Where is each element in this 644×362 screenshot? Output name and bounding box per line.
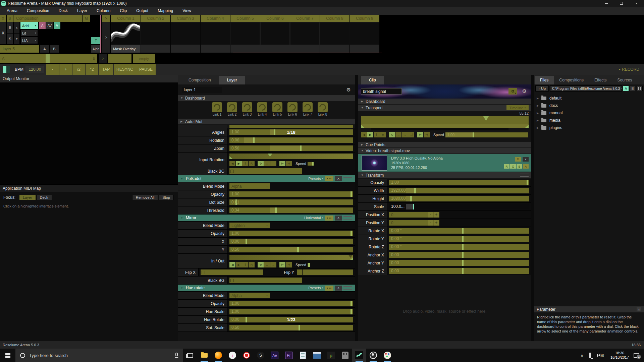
cue-in-button[interactable]: ⊢ (279, 262, 285, 267)
crossfader-arrow[interactable]: > (99, 54, 107, 63)
layer-down-button[interactable]: ▼ (14, 34, 19, 44)
shazam-button[interactable]: S (254, 349, 268, 362)
layer-lia-dropdown[interactable]: LIA ▾ (20, 37, 38, 44)
zoom-slider[interactable]: 0.58 (229, 145, 353, 151)
pause-button[interactable]: PAUSE (136, 64, 156, 75)
mirror-x-slider[interactable]: 0.00 (229, 239, 353, 244)
tab-sources[interactable]: Sources (612, 76, 638, 84)
rotate-z-slider[interactable]: 0.00 ° (389, 244, 529, 250)
menu-arena[interactable]: Arena (2, 7, 22, 15)
premiere-button[interactable]: Pr (282, 349, 296, 362)
clip-speed-slider[interactable]: 1.00 (445, 132, 528, 137)
clip-slot-2[interactable] (141, 22, 170, 53)
taskbar-clock[interactable]: 18:36 16/10/2017 (610, 351, 629, 360)
bpm-double-button[interactable]: *2 (86, 64, 98, 75)
layer-lit-dropdown[interactable]: Lit ▾ (20, 29, 38, 37)
animation-dots-button[interactable] (325, 286, 333, 291)
network-icon[interactable] (589, 353, 591, 357)
timeline-mode-dropdown[interactable]: Timeline▾ (506, 105, 529, 110)
transport-random-button[interactable]: R (380, 132, 386, 137)
column-arrow-button[interactable]: > (102, 15, 110, 22)
decrement-button[interactable]: - (428, 212, 433, 218)
animation-dots-button[interactable] (325, 216, 333, 221)
composition-x-button[interactable]: X (0, 15, 6, 22)
menu-clip[interactable]: Clip (115, 7, 131, 15)
search-button[interactable] (508, 88, 517, 95)
hue-rotate-slider[interactable]: 0.00 1/23 (229, 317, 353, 322)
tree-item-plugins[interactable]: ▶ plugins (534, 124, 644, 131)
column-header-4[interactable]: Column 4 (201, 15, 230, 22)
tree-item-media[interactable]: ▶ media (534, 117, 644, 124)
tree-item-default[interactable]: ▶ default (534, 95, 644, 102)
clip-name[interactable]: Mask Overlay (111, 45, 141, 53)
composition-b-button[interactable]: B (7, 15, 13, 22)
cue-out-button[interactable]: ⊣ (286, 161, 292, 166)
transport-random-button[interactable]: R (249, 262, 255, 267)
transport-back-button[interactable]: ◀ (229, 161, 235, 166)
deck-a-button[interactable]: A (623, 86, 629, 91)
anchor-x-slider[interactable]: 0.00 (389, 252, 529, 258)
paint-button[interactable] (380, 349, 394, 362)
column-header-7[interactable]: Column 7 (290, 15, 320, 22)
column-header-5[interactable]: Column 5 (230, 15, 260, 22)
menu-mapping[interactable]: Mapping (153, 7, 178, 15)
position-x-field[interactable]: 0 - + (389, 212, 439, 218)
tab-compositions[interactable]: Compositions (554, 76, 589, 84)
drag-handle[interactable] (520, 174, 529, 177)
tab-clip[interactable]: Clip (361, 76, 384, 84)
minimize-button[interactable] (599, 0, 614, 7)
transport-back-button[interactable]: ◀ (229, 262, 235, 267)
clip-slot-8[interactable] (320, 22, 350, 53)
bounce-button[interactable]: ↔ (395, 132, 401, 137)
cue-in-button[interactable]: ⊢ (417, 132, 423, 137)
clip-slot-7[interactable] (290, 22, 320, 53)
channel-g-button[interactable]: G (510, 164, 516, 169)
maximize-button[interactable] (614, 0, 629, 7)
in-out-timeline[interactable] (229, 255, 353, 260)
crossfader-slider[interactable]: A B (0, 54, 97, 63)
bpm-half-button[interactable]: /2 (72, 64, 85, 75)
opacity-slider[interactable]: 1.00 (229, 191, 353, 197)
transport-section-header[interactable]: ▼ Transport Timeline▾ (358, 105, 531, 111)
channel-b-button[interactable]: B (517, 164, 522, 169)
layer-trigger-arrow[interactable]: > (102, 22, 110, 53)
clip-slot-5[interactable] (230, 22, 260, 53)
transport-play-button[interactable]: ▶ (236, 161, 242, 166)
itunes-button[interactable]: ♪ (225, 349, 239, 362)
taskbar-search[interactable]: Type here to search (15, 349, 183, 362)
layer-bypass-button[interactable]: B (7, 22, 13, 33)
threshold-slider[interactable]: 0.34 (229, 207, 353, 213)
layer-alpha-mode[interactable]: Alph (91, 45, 101, 53)
tap-button[interactable]: TAP (99, 64, 113, 75)
chevron-right-icon[interactable]: ▶ (537, 104, 541, 107)
video-section-header[interactable]: ▼ Video: breath signal.mov (358, 148, 531, 154)
flip-x-checkbox[interactable] (201, 269, 206, 275)
transport-play-button[interactable]: ▶ (236, 262, 242, 267)
resync-button[interactable]: RESYNC (114, 64, 136, 75)
obs-button[interactable] (366, 349, 380, 362)
record-button[interactable]: ● RECORD (619, 67, 639, 72)
notepad-button[interactable] (296, 349, 310, 362)
bpm-plus-button[interactable]: + (59, 64, 72, 75)
tray-chevron-icon[interactable]: ∧ (581, 353, 583, 358)
channel-a-button[interactable]: A (523, 164, 529, 169)
microphone-icon[interactable] (175, 353, 178, 358)
mirror-effect-header[interactable]: ▼ Mirror Horizontal▾ X (178, 215, 355, 222)
presets-dropdown[interactable]: Presets▾ (308, 177, 323, 181)
tab-effects[interactable]: Effects (589, 76, 612, 84)
chevron-right-icon[interactable]: ▶ (537, 126, 541, 129)
close-icon[interactable]: x (637, 307, 641, 311)
layer-x-button[interactable]: X (0, 22, 6, 44)
dashboard-dial-8[interactable] (318, 102, 328, 112)
rotate-y-slider[interactable]: 0.00 ° (389, 236, 529, 242)
decrement-button[interactable]: - (428, 220, 433, 226)
tree-item-docs[interactable]: ▶ docs (534, 102, 644, 109)
layer-solo-button[interactable]: S (7, 34, 13, 44)
polkadot-effect-header[interactable]: ▼ Polkadot Presets▾ X (178, 175, 355, 182)
deck-b-button[interactable]: B (630, 86, 635, 91)
speed-slider[interactable] (308, 162, 352, 166)
composition-label[interactable]: Composition (13, 15, 82, 22)
cue-out-button[interactable]: ⊣ (424, 132, 430, 137)
media-app-button[interactable] (310, 349, 324, 362)
column-header-2[interactable]: Column 2 (141, 15, 170, 22)
